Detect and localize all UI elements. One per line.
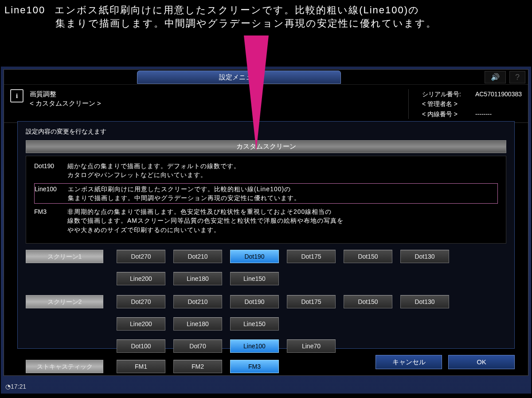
description-row: FM3非周期的な点の集まりで描画します。色安定性及び粒状性を重視しておよそ200… xyxy=(34,206,498,235)
group-label: スクリーン2 xyxy=(26,295,103,308)
screen-option-button[interactable]: Dot190 xyxy=(230,250,279,263)
screen-option-button[interactable]: FM3 xyxy=(230,360,279,373)
group-buttons: Dot270Dot210Dot190Dot175Dot150Dot130Line… xyxy=(117,295,467,357)
screen-option-button[interactable]: FM2 xyxy=(173,360,222,373)
description-row: Line100エンボス紙印刷向けに用意したスクリーンです。比較的粗い線(Line… xyxy=(34,183,498,204)
screen-option-button[interactable]: Dot100 xyxy=(117,339,165,353)
description-text: 細かな点の集まりで描画します。デフォルトの線数です。カタログやパンフレットなどに… xyxy=(67,162,240,180)
serial-value: AC57011900383 xyxy=(475,89,522,99)
cancel-button[interactable]: キャンセル xyxy=(376,355,442,369)
group-buttons: Dot270Dot210Dot190Dot175Dot150Dot130Line… xyxy=(117,250,467,290)
tooltip-label: Line100 xyxy=(4,4,51,17)
sound-icon[interactable]: 🔊 xyxy=(485,71,506,83)
serial-label: シリアル番号: xyxy=(422,89,475,99)
footer-clock: ◔17:21 xyxy=(5,383,26,390)
main-panel: 設定内容の変更を行なえます カスタムスクリーン Dot190細かな点の集まりで描… xyxy=(17,121,515,349)
screen-option-button[interactable]: Dot270 xyxy=(117,250,165,263)
description-row: Dot190細かな点の集まりで描画します。デフォルトの線数です。カタログやパンフ… xyxy=(34,161,498,181)
option-group: スクリーン1Dot270Dot210Dot190Dot175Dot150Dot1… xyxy=(26,250,506,290)
tooltip-line1: エンボス紙印刷向けに用意したスクリーンです。比較的粗い線(Line100)の xyxy=(55,4,419,16)
description-name: Line100 xyxy=(35,185,68,203)
screen-option-button[interactable]: FM1 xyxy=(117,360,165,373)
description-text: エンボス紙印刷向けに用意したスクリーンです。比較的粗い線(Line100)の集ま… xyxy=(68,185,301,203)
screen-option-button[interactable]: Dot150 xyxy=(344,295,392,308)
settings-menu-tab[interactable]: 設定メニュー xyxy=(137,71,341,84)
screen-option-button[interactable]: Dot70 xyxy=(173,339,222,353)
clock-time: 17:21 xyxy=(11,383,26,390)
screen-option-button[interactable]: Dot150 xyxy=(344,250,392,263)
admin-label: < 管理者名 > xyxy=(422,99,475,109)
screen-option-button[interactable]: Line200 xyxy=(117,272,165,285)
group-label: ストキャスティック xyxy=(26,360,103,373)
screen-option-button[interactable]: Dot270 xyxy=(117,295,165,308)
page-title: 画質調整 xyxy=(30,89,101,99)
help-icon[interactable]: ? xyxy=(509,71,525,83)
info-icon: i xyxy=(10,89,23,102)
screen-option-button[interactable]: Line150 xyxy=(230,272,279,285)
screen-option-button[interactable]: Dot175 xyxy=(287,250,336,263)
tooltip-banner: Line100 エンボス紙印刷向けに用意したスクリーンです。比較的粗い線(Lin… xyxy=(0,0,532,35)
group-label: スクリーン1 xyxy=(26,250,103,263)
clock-icon: ◔ xyxy=(5,383,11,390)
description-text: 非周期的な点の集まりで描画します。色安定性及び粒状性を重視しておよそ200線相当… xyxy=(67,207,344,234)
ok-button[interactable]: OK xyxy=(448,355,515,369)
bottom-buttons: キャンセル OK xyxy=(376,355,515,369)
breadcrumb: 画質調整 < カスタムスクリーン > xyxy=(30,89,101,108)
description-name: Dot190 xyxy=(34,162,67,180)
tooltip-line2: 集まりで描画します。中間調やグラデーション再現の安定性に優れています。 xyxy=(4,17,528,30)
description-box: Dot190細かな点の集まりで描画します。デフォルトの線数です。カタログやパンフ… xyxy=(26,156,506,244)
ext-label: < 内線番号 > xyxy=(422,109,475,119)
option-group: スクリーン2Dot270Dot210Dot190Dot175Dot150Dot1… xyxy=(26,295,506,357)
screen-option-button[interactable]: Line150 xyxy=(230,317,279,331)
screen-option-button[interactable]: Dot210 xyxy=(173,295,222,308)
screen-option-button[interactable]: Dot175 xyxy=(287,295,336,308)
screen-option-button[interactable]: Line70 xyxy=(287,339,336,353)
screen-option-button[interactable]: Line100 xyxy=(230,339,279,353)
screen-option-button[interactable]: Line180 xyxy=(173,272,222,285)
screen-option-button[interactable]: Dot130 xyxy=(400,250,449,263)
description-name: FM3 xyxy=(34,207,67,234)
pointer-triangle xyxy=(244,35,269,151)
screen-option-button[interactable]: Dot130 xyxy=(400,295,449,308)
screen-option-button[interactable]: Dot210 xyxy=(173,250,222,263)
ext-value: -------- xyxy=(475,109,492,119)
breadcrumb-sub: < カスタムスクリーン > xyxy=(30,99,101,108)
screen-option-button[interactable]: Line200 xyxy=(117,317,165,331)
screen-option-button[interactable]: Line180 xyxy=(173,317,222,331)
screen-option-button[interactable]: Dot190 xyxy=(230,295,279,308)
